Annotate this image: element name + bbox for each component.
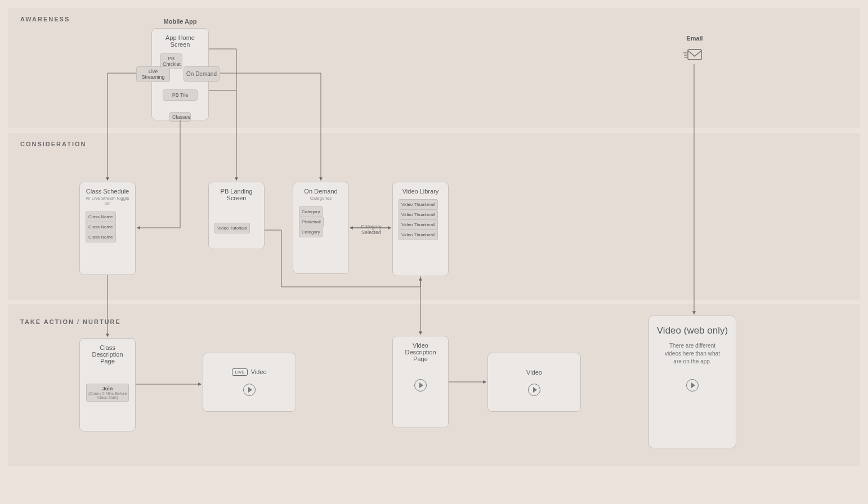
- play-icon: [528, 384, 540, 396]
- video-thumb-3[interactable]: Video Thumbnail: [399, 230, 438, 240]
- play-icon: [243, 384, 256, 396]
- tab-live-streaming[interactable]: Live Streaming: [136, 66, 170, 82]
- card-class-description: Class Description Page Join (Opens 5 Min…: [79, 338, 136, 431]
- video-text: Video: [251, 368, 267, 375]
- card-pb-landing: PB Landing Screen Video Tutorials: [208, 182, 265, 249]
- edge-label-category-selected: Category Selected: [356, 224, 387, 235]
- card-title: Class Schedule: [86, 188, 129, 195]
- category-0[interactable]: Category: [299, 206, 323, 217]
- card-title: App Home Screen: [158, 34, 203, 48]
- web-video-title: Video (web only): [655, 325, 730, 336]
- card-title: Video Library: [399, 188, 442, 195]
- card-video-library: Video Library Video Thumbnail Video Thum…: [392, 182, 449, 276]
- svg-rect-0: [688, 50, 701, 60]
- video-thumb-2[interactable]: Video Thumbnail: [399, 219, 438, 230]
- card-subtitle: w/ Live Stream toggle On: [86, 196, 129, 206]
- play-icon[interactable]: [686, 379, 699, 392]
- card-web-video: Video (web only) There are different vid…: [648, 316, 736, 448]
- email-icon: [683, 46, 706, 63]
- class-row-0[interactable]: Class Name: [86, 212, 116, 222]
- stage-label-consideration: CONSIDERATION: [20, 141, 86, 147]
- play-icon[interactable]: [414, 379, 427, 392]
- card-video[interactable]: Video: [487, 353, 581, 412]
- pill-video-tutorials[interactable]: Video Tutorials: [214, 223, 250, 233]
- card-title: On Demand: [299, 188, 343, 195]
- card-on-demand: On Demand Categories Category Pickleball…: [293, 182, 349, 274]
- join-button[interactable]: Join (Opens 5 Mins Before Class Start): [86, 384, 129, 402]
- join-note: (Opens 5 Mins Before Class Start): [88, 392, 127, 399]
- column-label-mobile: Mobile App: [162, 18, 198, 25]
- join-label: Join: [88, 386, 127, 392]
- class-row-1[interactable]: Class Name: [86, 222, 116, 232]
- live-badge: LIVE: [232, 368, 247, 376]
- category-1[interactable]: Pickleball: [299, 217, 324, 227]
- column-label-email: Email: [683, 35, 706, 42]
- pill-pb-tile[interactable]: PB Tile: [163, 89, 198, 101]
- card-class-schedule: Class Schedule w/ Live Stream toggle On …: [79, 182, 136, 275]
- stage-label-awareness: AWARENESS: [20, 16, 70, 22]
- web-video-subtitle: There are different videos here than wha…: [655, 342, 730, 366]
- category-2[interactable]: Category: [299, 227, 323, 237]
- class-row-2[interactable]: Class Name: [86, 232, 116, 242]
- card-title: Video Description Page: [399, 342, 442, 362]
- card-live-video[interactable]: LIVEVideo: [203, 353, 296, 412]
- pill-classes[interactable]: Classes: [169, 112, 191, 122]
- stage-label-action: TAKE ACTION / NURTURE: [20, 318, 121, 325]
- card-video-description: Video Description Page: [392, 336, 449, 428]
- video-label: Video: [526, 369, 542, 376]
- card-subtitle: Categories: [299, 196, 343, 201]
- tab-on-demand[interactable]: On Demand: [184, 66, 220, 82]
- video-thumb-0[interactable]: Video Thumbnail: [399, 199, 438, 210]
- card-title: Class Description Page: [86, 344, 129, 364]
- video-thumb-1[interactable]: Video Thumbnail: [399, 209, 438, 220]
- live-video-label: LIVEVideo: [232, 368, 266, 376]
- card-title: PB Landing Screen: [214, 188, 258, 201]
